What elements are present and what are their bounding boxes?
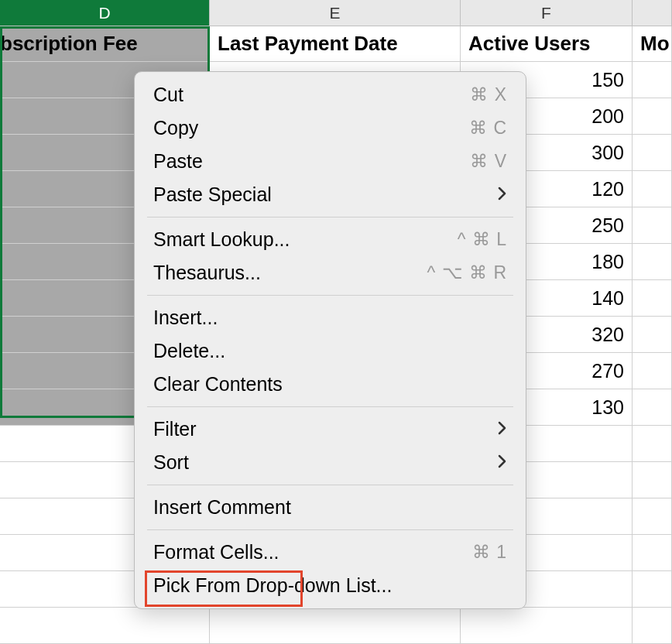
menu-format-cells-shortcut: ⌘ 1: [472, 542, 507, 563]
cell-g[interactable]: [633, 62, 672, 98]
menu-divider: [147, 217, 513, 218]
menu-copy[interactable]: Copy ⌘ C: [135, 111, 526, 145]
menu-cut[interactable]: Cut ⌘ X: [135, 78, 526, 111]
header-subscription-fee[interactable]: bscription Fee: [0, 26, 210, 62]
table-row: [0, 608, 672, 644]
menu-insert[interactable]: Insert...: [135, 301, 526, 334]
menu-cut-shortcut: ⌘ X: [470, 84, 507, 105]
menu-copy-label: Copy: [153, 117, 198, 139]
column-letter-f[interactable]: F: [461, 0, 633, 26]
menu-smart-lookup-shortcut: ^ ⌘ L: [458, 229, 507, 250]
menu-delete-label: Delete...: [153, 340, 225, 362]
cell-g[interactable]: [633, 171, 672, 207]
menu-pick-dropdown[interactable]: Pick From Drop-down List...: [135, 569, 526, 602]
menu-insert-comment-label: Insert Comment: [153, 496, 291, 519]
menu-thesaurus[interactable]: Thesaurus... ^ ⌥ ⌘ R: [135, 256, 526, 289]
header-active-users[interactable]: Active Users: [461, 26, 633, 62]
menu-paste-special[interactable]: Paste Special: [135, 178, 526, 211]
cell-g[interactable]: [633, 317, 672, 353]
cell-g[interactable]: [633, 571, 672, 608]
cell-g[interactable]: [633, 608, 672, 644]
menu-divider: [147, 406, 513, 407]
menu-smart-lookup[interactable]: Smart Lookup... ^ ⌘ L: [135, 223, 526, 256]
cell-g[interactable]: [633, 426, 672, 462]
menu-thesaurus-label: Thesaurus...: [153, 262, 261, 284]
cell-g[interactable]: [633, 135, 672, 171]
cell-g[interactable]: [633, 98, 672, 135]
menu-filter-label: Filter: [153, 418, 197, 440]
cell-g[interactable]: [633, 207, 672, 244]
menu-divider: [147, 295, 513, 296]
context-menu: Cut ⌘ X Copy ⌘ C Paste ⌘ V Paste Special…: [134, 71, 526, 609]
menu-sort[interactable]: Sort: [135, 446, 526, 479]
menu-smart-lookup-label: Smart Lookup...: [153, 228, 290, 251]
cell-e[interactable]: [210, 608, 461, 644]
cell-g[interactable]: [633, 353, 672, 389]
menu-clear-contents-label: Clear Contents: [153, 373, 283, 396]
menu-thesaurus-shortcut: ^ ⌥ ⌘ R: [427, 262, 507, 283]
column-letter-g[interactable]: [633, 0, 672, 26]
cell-d[interactable]: [0, 608, 210, 644]
menu-insert-label: Insert...: [153, 307, 218, 329]
chevron-right-icon: [498, 185, 507, 205]
header-last-payment-date[interactable]: Last Payment Date: [210, 26, 461, 62]
cell-g[interactable]: [633, 280, 672, 317]
cell-g[interactable]: [633, 498, 672, 535]
menu-paste-special-label: Paste Special: [153, 183, 272, 206]
menu-format-cells[interactable]: Format Cells... ⌘ 1: [135, 536, 526, 569]
cell-g[interactable]: [633, 462, 672, 498]
cell-g[interactable]: [633, 535, 672, 571]
menu-sort-label: Sort: [153, 451, 189, 474]
menu-filter[interactable]: Filter: [135, 413, 526, 446]
chevron-right-icon: [498, 453, 507, 473]
menu-format-cells-label: Format Cells...: [153, 541, 279, 564]
menu-paste-shortcut: ⌘ V: [470, 151, 507, 172]
header-more[interactable]: Mo: [633, 26, 672, 62]
cell-g[interactable]: [633, 244, 672, 280]
column-letter-d[interactable]: D: [0, 0, 210, 26]
menu-divider: [147, 529, 513, 530]
cell-f[interactable]: [461, 608, 633, 644]
menu-cut-label: Cut: [153, 84, 183, 106]
cell-g[interactable]: [633, 389, 672, 426]
menu-divider: [147, 485, 513, 485]
menu-pick-dropdown-label: Pick From Drop-down List...: [153, 574, 392, 597]
menu-delete[interactable]: Delete...: [135, 334, 526, 368]
menu-copy-shortcut: ⌘ C: [469, 118, 507, 139]
menu-paste-label: Paste: [153, 150, 203, 173]
chevron-right-icon: [498, 420, 507, 440]
column-letter-row: D E F: [0, 0, 672, 26]
column-letter-e[interactable]: E: [210, 0, 461, 26]
menu-paste[interactable]: Paste ⌘ V: [135, 145, 526, 178]
menu-insert-comment[interactable]: Insert Comment: [135, 491, 526, 524]
header-row: bscription Fee Last Payment Date Active …: [0, 26, 672, 62]
menu-clear-contents[interactable]: Clear Contents: [135, 368, 526, 401]
